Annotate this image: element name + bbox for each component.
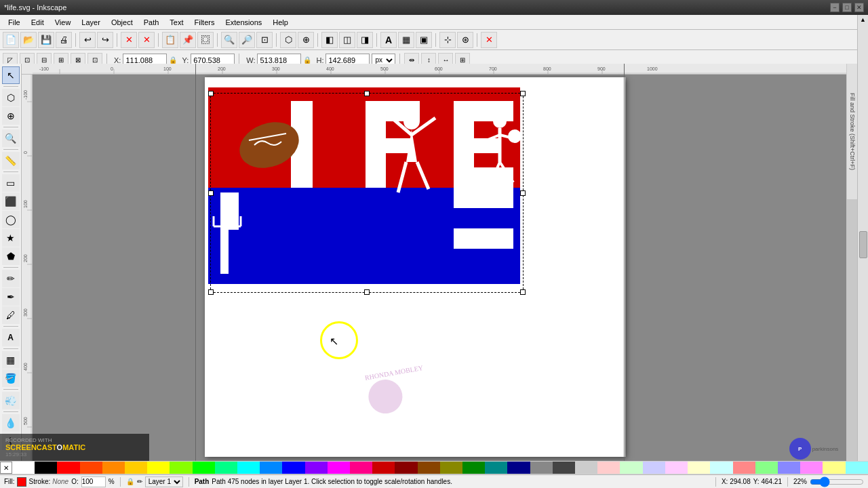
palette-color[interactable]	[530, 462, 553, 474]
paste-button[interactable]: 📌	[180, 32, 196, 48]
menu-layer[interactable]: Layer	[76, 17, 106, 28]
palette-color[interactable]	[553, 462, 575, 474]
palette-color[interactable]	[755, 462, 778, 474]
align-right-button[interactable]: ◨	[357, 32, 373, 48]
save-button[interactable]: 💾	[38, 32, 54, 48]
palette-color[interactable]	[282, 462, 304, 474]
menu-filters[interactable]: Filters	[189, 17, 220, 28]
palette-color[interactable]	[170, 462, 192, 474]
palette-color[interactable]	[395, 462, 417, 474]
menu-path[interactable]: Path	[138, 17, 165, 28]
palette-color[interactable]	[215, 462, 237, 474]
fill-color-swatch[interactable]	[17, 477, 26, 487]
menu-view[interactable]: View	[50, 17, 77, 28]
align-center-button[interactable]: ◫	[339, 32, 355, 48]
export-button[interactable]: ↪	[97, 32, 113, 48]
palette-color[interactable]	[147, 462, 170, 474]
copy-button[interactable]: 📋	[162, 32, 178, 48]
palette-color[interactable]	[823, 462, 845, 474]
opacity-input[interactable]	[81, 476, 106, 487]
calligraphy-tool[interactable]: 🖊	[2, 306, 20, 324]
right-scrollbar[interactable]: ▲ ▼	[857, 15, 868, 474]
palette-color[interactable]	[665, 462, 688, 474]
fill-button[interactable]: ▣	[416, 32, 432, 48]
zoom-out-button[interactable]: 🔎	[239, 32, 255, 48]
canvas-area[interactable]: -100 0 100 200 300 400 500 600 700 800	[22, 64, 846, 474]
measure-tool[interactable]: 📏	[2, 152, 20, 169]
delete2-button[interactable]: ✕	[138, 32, 155, 48]
palette-color[interactable]	[260, 462, 282, 474]
delete-button[interactable]: ✕	[121, 32, 137, 48]
dropper-tool[interactable]: 💧	[2, 414, 20, 432]
snap-button[interactable]: ⊹	[439, 32, 456, 48]
star-tool[interactable]: ★	[2, 229, 20, 247]
menu-edit[interactable]: Edit	[26, 17, 50, 28]
text-tool[interactable]: A	[2, 329, 20, 346]
open-button[interactable]: 📂	[20, 32, 37, 48]
print-button[interactable]: 🖨	[56, 32, 72, 48]
palette-color[interactable]	[485, 462, 507, 474]
palette-color[interactable]	[620, 462, 642, 474]
no-color-swatch[interactable]: ✕	[0, 462, 12, 474]
zoom-in-button[interactable]: 🔍	[221, 32, 237, 48]
new-button[interactable]: 📄	[3, 32, 19, 48]
palette-color[interactable]	[710, 462, 732, 474]
gradient-tool[interactable]: ▦	[2, 351, 20, 369]
palette-color[interactable]	[733, 462, 755, 474]
palette-color[interactable]	[440, 462, 462, 474]
gradient-button[interactable]: ▦	[398, 32, 414, 48]
zoom-fit-button[interactable]: ⊡	[256, 32, 273, 48]
minimize-button[interactable]: −	[830, 3, 840, 12]
stroke-indicator[interactable]: Stroke: None	[29, 478, 69, 485]
palette-color[interactable]	[372, 462, 395, 474]
align-left-button[interactable]: ◧	[321, 32, 338, 48]
cube-tool[interactable]: ⬛	[2, 192, 20, 210]
pencil-tool[interactable]: ✏	[2, 270, 20, 287]
zoom-slider[interactable]	[810, 476, 864, 487]
import-button[interactable]: ↩	[79, 32, 96, 48]
palette-color[interactable]	[688, 462, 710, 474]
spray-tool[interactable]: 💨	[2, 392, 20, 409]
rect-tool[interactable]: ▭	[2, 174, 20, 192]
tweak-tool[interactable]: ⊕	[2, 107, 20, 125]
palette-color[interactable]	[237, 462, 260, 474]
palette-color[interactable]	[125, 462, 147, 474]
palette-color[interactable]	[328, 462, 350, 474]
palette-color[interactable]	[507, 462, 530, 474]
pen-tool[interactable]: ✒	[2, 288, 20, 306]
palette-color[interactable]	[643, 462, 665, 474]
palette-color[interactable]	[778, 462, 800, 474]
menu-help[interactable]: Help	[267, 17, 294, 28]
layer-select[interactable]: Layer 1	[145, 476, 183, 487]
palette-color[interactable]	[800, 462, 823, 474]
zoom-tool[interactable]: 🔍	[2, 129, 20, 147]
palette-color[interactable]	[80, 462, 102, 474]
circle-tool[interactable]: ◯	[2, 211, 20, 228]
clone-button[interactable]: ⿴	[197, 32, 214, 48]
palette-color[interactable]	[305, 462, 328, 474]
palette-color[interactable]	[102, 462, 125, 474]
node-edit-button[interactable]: ⬡	[280, 32, 296, 48]
close-button[interactable]: ✕	[854, 3, 864, 12]
node-tool[interactable]: ⬡	[2, 89, 20, 106]
select-tool[interactable]: ↖	[2, 66, 20, 84]
palette-color[interactable]	[350, 462, 372, 474]
polygon-tool[interactable]: ⬟	[2, 247, 20, 265]
maximize-button[interactable]: □	[842, 3, 852, 12]
palette-color[interactable]	[418, 462, 440, 474]
palette-color[interactable]	[193, 462, 215, 474]
fill-tool[interactable]: 🪣	[2, 369, 20, 387]
palette-color[interactable]	[846, 462, 868, 474]
snap2-button[interactable]: ⊛	[457, 32, 473, 48]
palette-color[interactable]	[597, 462, 620, 474]
fill-indicator[interactable]: Fill:	[4, 477, 26, 487]
scroll-thumb[interactable]	[859, 231, 867, 258]
palette-color[interactable]	[57, 462, 79, 474]
transform-button[interactable]: ⊕	[298, 32, 314, 48]
scroll-up-button[interactable]: ▲	[860, 16, 866, 23]
lock-proportions-icon[interactable]: 🔒	[303, 56, 311, 64]
menu-file[interactable]: File	[3, 17, 26, 28]
cancel-button[interactable]: ✕	[481, 32, 497, 48]
menu-text[interactable]: Text	[164, 17, 189, 28]
palette-color[interactable]	[12, 462, 35, 474]
